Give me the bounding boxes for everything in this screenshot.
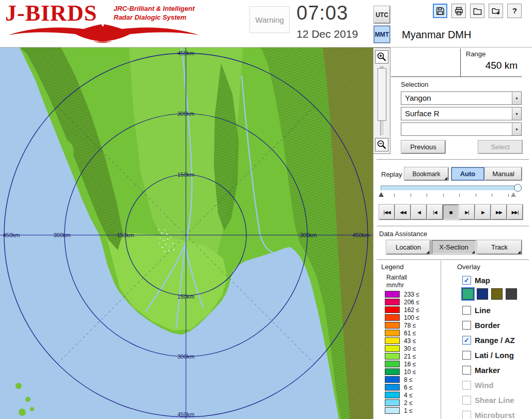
export-image-button[interactable] <box>489 4 503 18</box>
zoom-in-button[interactable] <box>375 50 388 64</box>
open-folder-button[interactable] <box>470 4 484 18</box>
overlay-item-line[interactable]: Line <box>462 304 491 316</box>
site-dropdown[interactable]: Yangon ▼ <box>401 91 522 105</box>
logo-title: J-BIRDS <box>5 0 97 26</box>
zoom-control-strip <box>373 48 390 154</box>
legend-value: 1 ≤ <box>404 407 413 414</box>
logo-subtitle-2: Radar Dialogic System <box>114 13 186 21</box>
map-style-options <box>462 288 517 300</box>
corner-arrow-icon: ◢ <box>518 250 521 254</box>
checkbox-microburst <box>462 411 471 419</box>
legend-row: 21 ≤ <box>385 352 419 360</box>
zoom-out-button[interactable] <box>375 138 388 151</box>
legend-color-swatch <box>385 306 400 313</box>
print-button[interactable] <box>451 4 466 18</box>
range-ring-label: 300km <box>300 232 317 238</box>
overlay-item-label: Line <box>475 306 491 315</box>
legend-unit-line2: mm/hr <box>386 282 407 289</box>
range-ring-label: 300km <box>177 111 194 117</box>
overlay-item-label: Wind <box>475 381 494 390</box>
checkbox-map[interactable]: ✓ <box>462 276 471 285</box>
header: J-BIRDS JRC-Brilliant & Intelligent Rada… <box>0 0 532 48</box>
zoom-in-icon <box>377 52 387 62</box>
timeline-ticks <box>394 194 509 197</box>
fast-forward-button[interactable]: ▶▶ <box>491 205 507 220</box>
checkbox-border[interactable] <box>462 321 471 330</box>
skip-to-start-button[interactable]: |◀◀ <box>379 205 395 220</box>
x-section-button[interactable]: X-Section ◢ <box>432 240 476 254</box>
manual-button[interactable]: Manual <box>485 167 522 180</box>
checkbox-range-az[interactable]: ✓ <box>462 336 471 345</box>
skip-to-end-button[interactable]: ▶▶| <box>507 205 523 220</box>
stop-button[interactable]: ■ <box>443 205 459 220</box>
logo-subtitle-1: JRC-Brilliant & Intelligent <box>114 5 195 12</box>
overlay-item-shear-line: Shear Line <box>462 394 514 406</box>
map-style-swatch[interactable] <box>462 288 474 300</box>
svg-text:?: ? <box>512 6 517 15</box>
previous-button[interactable]: Previous <box>401 141 445 153</box>
overlay-item-border[interactable]: Border <box>462 319 500 331</box>
bookmark-button[interactable]: Bookmark ◢ <box>404 167 448 180</box>
overlay-item-map[interactable]: ✓ Map <box>462 274 490 286</box>
radar-map[interactable]: 450km 300km 150km 150km 300km 450km 450k… <box>0 48 373 419</box>
overlay-item-marker[interactable]: Marker <box>462 364 500 376</box>
play-reverse-button[interactable]: ◀ <box>411 205 427 220</box>
save-button[interactable] <box>433 4 447 18</box>
legend-label: Legend <box>381 263 403 271</box>
range-label: Range <box>466 50 518 58</box>
overlay-item-lati-long[interactable]: Lati / Long <box>462 349 514 361</box>
map-style-swatch[interactable] <box>491 288 503 300</box>
overlay-item-label: Range / AZ <box>475 336 515 345</box>
fast-rewind-button[interactable]: ◀◀ <box>395 205 411 220</box>
mmt-button[interactable]: MMT <box>374 26 390 43</box>
legend-color-swatch <box>385 322 400 329</box>
overlay-item-label: Border <box>475 321 500 330</box>
location-button[interactable]: Location ◢ <box>386 240 430 254</box>
legend-row: 206 ≤ <box>385 298 419 306</box>
product-dropdown[interactable]: Surface R ▼ <box>401 107 522 120</box>
option-dropdown[interactable]: ▼ <box>401 122 522 136</box>
replay-timeline-slider[interactable] <box>381 185 520 191</box>
overlay-item-range-az[interactable]: ✓ Range / AZ <box>462 334 515 346</box>
zoom-slider-thumb[interactable] <box>378 68 386 121</box>
warning-status: Warning <box>249 6 290 33</box>
chevron-down-icon: ▼ <box>515 97 519 100</box>
control-sidebar: Range 450 km Selection Yangon ▼ Surface … <box>373 48 532 419</box>
legend-color-swatch <box>385 345 400 352</box>
map-style-swatch[interactable] <box>506 288 517 300</box>
overlay-item-label: Marker <box>475 366 500 375</box>
playback-controls: |◀◀ ◀◀ ◀ |◀ ■ ▶| ▶ ▶▶ ▶▶| <box>379 205 523 220</box>
overlay-item-label: Lati / Long <box>475 351 514 360</box>
divider <box>377 226 529 227</box>
legend-row: 6 ≤ <box>385 383 419 391</box>
legend-value: 4 ≤ <box>404 392 413 399</box>
track-button[interactable]: Track ◢ <box>477 240 522 254</box>
checkbox-line[interactable] <box>462 306 471 315</box>
legend-value: 206 ≤ <box>404 299 419 306</box>
replay-slider-thumb[interactable] <box>514 184 522 192</box>
range-panel: Range 450 km <box>391 49 522 77</box>
legend-unit-line1: Rainfall <box>386 274 407 282</box>
legend-value: 21 ≤ <box>404 353 416 360</box>
auto-button[interactable]: Auto <box>451 167 484 180</box>
data-assistance-label: Data Assistance <box>379 230 427 238</box>
legend-value: 10 ≤ <box>404 368 416 376</box>
checkbox-marker[interactable] <box>462 366 471 375</box>
legend-value: 43 ≤ <box>404 337 416 345</box>
zoom-out-icon <box>377 139 387 150</box>
step-forward-button[interactable]: ▶| <box>459 205 475 220</box>
utc-button[interactable]: UTC <box>374 6 390 23</box>
overlay-item-wind: Wind <box>462 379 494 391</box>
checkbox-lati-long[interactable] <box>462 351 471 360</box>
step-back-button[interactable]: |◀ <box>427 205 443 220</box>
select-button[interactable]: Select <box>478 141 522 153</box>
range-ring-label: 300km <box>53 232 70 238</box>
map-style-swatch[interactable] <box>477 288 488 300</box>
play-button[interactable]: ▶ <box>475 205 491 220</box>
divider <box>377 259 529 260</box>
legend-value: 30 ≤ <box>404 345 416 352</box>
legend-unit: Rainfall mm/hr <box>386 274 407 289</box>
zoom-slider-track[interactable] <box>380 67 384 136</box>
help-button[interactable]: ? <box>507 4 522 18</box>
legend-color-swatch <box>385 368 400 375</box>
